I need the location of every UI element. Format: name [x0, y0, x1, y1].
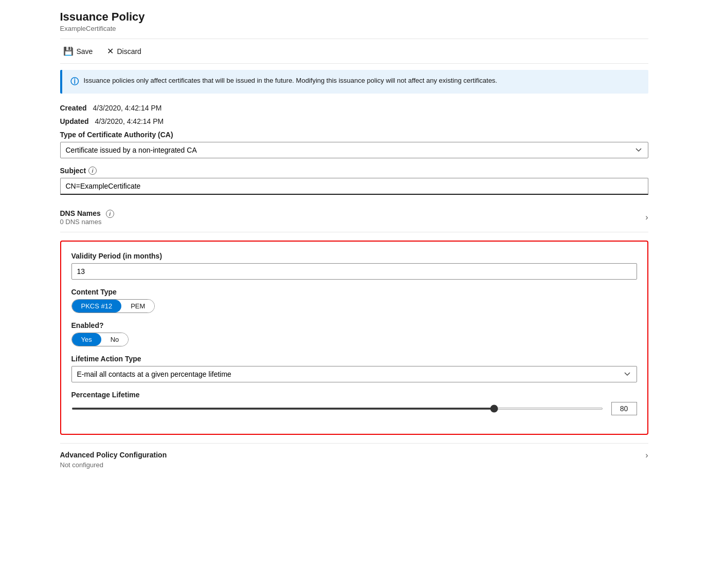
page-header: Issuance Policy ExampleCertificate: [60, 10, 648, 32]
validity-period-label: Validity Period (in months): [71, 252, 637, 260]
lifetime-action-group: Lifetime Action Type E-mail all contacts…: [71, 355, 637, 382]
no-toggle-btn[interactable]: No: [101, 333, 129, 346]
advanced-policy-info: Advanced Policy Configuration Not config…: [60, 451, 167, 469]
page-title: Issuance Policy: [60, 10, 648, 24]
percentage-slider[interactable]: [71, 408, 603, 410]
validity-period-group: Validity Period (in months): [71, 252, 637, 280]
percentage-lifetime-group: Percentage Lifetime 80: [71, 391, 637, 415]
content-type-label: Content Type: [71, 288, 637, 296]
advanced-chevron-icon: ›: [645, 451, 648, 460]
dns-info-icon: i: [106, 210, 114, 218]
percentage-value-box: 80: [611, 402, 637, 415]
enabled-toggle: Yes No: [71, 333, 129, 346]
save-button[interactable]: 💾 Save: [60, 44, 96, 58]
discard-icon: ✕: [107, 46, 114, 56]
advanced-policy-row[interactable]: Advanced Policy Configuration Not config…: [60, 443, 648, 476]
percentage-lifetime-label: Percentage Lifetime: [71, 391, 637, 399]
ca-type-select[interactable]: Certificate issued by a non-integrated C…: [60, 142, 648, 158]
dns-names-row[interactable]: DNS Names i 0 DNS names ›: [60, 203, 648, 232]
info-icon: ⓘ: [70, 77, 79, 87]
info-banner: ⓘ Issuance policies only affect certific…: [60, 70, 648, 94]
enabled-label: Enabled?: [71, 321, 637, 329]
validity-period-input[interactable]: [71, 263, 637, 280]
info-banner-text: Issuance policies only affect certificat…: [84, 76, 497, 85]
save-icon: 💾: [63, 46, 74, 56]
lifetime-action-label: Lifetime Action Type: [71, 355, 637, 363]
content-type-group: Content Type PKCS #12 PEM: [71, 288, 637, 313]
highlighted-section: Validity Period (in months) Content Type…: [60, 241, 648, 435]
dns-chevron-icon: ›: [645, 213, 648, 222]
lifetime-action-select[interactable]: E-mail all contacts at a given percentag…: [71, 366, 637, 382]
updated-row: Updated 4/3/2020, 4:42:14 PM: [60, 117, 648, 125]
content-type-toggle: PKCS #12 PEM: [71, 299, 155, 313]
subject-label: Subject i: [60, 167, 648, 175]
enabled-group: Enabled? Yes No: [71, 321, 637, 346]
discard-button[interactable]: ✕ Discard: [104, 44, 144, 58]
pkcs12-toggle-btn[interactable]: PKCS #12: [72, 300, 122, 313]
pem-toggle-btn[interactable]: PEM: [121, 300, 154, 313]
subject-group: Subject i: [60, 167, 648, 195]
ca-type-label: Type of Certificate Authority (CA): [60, 131, 648, 139]
percentage-slider-container: 80: [71, 402, 637, 415]
yes-toggle-btn[interactable]: Yes: [72, 333, 101, 346]
created-row: Created 4/3/2020, 4:42:14 PM: [60, 104, 648, 112]
subject-input[interactable]: [60, 178, 648, 195]
ca-type-group: Type of Certificate Authority (CA) Certi…: [60, 131, 648, 158]
toolbar: 💾 Save ✕ Discard: [60, 39, 648, 64]
subject-info-icon: i: [88, 167, 97, 175]
dns-names-info: DNS Names i 0 DNS names: [60, 209, 114, 226]
page-subtitle: ExampleCertificate: [60, 25, 648, 32]
